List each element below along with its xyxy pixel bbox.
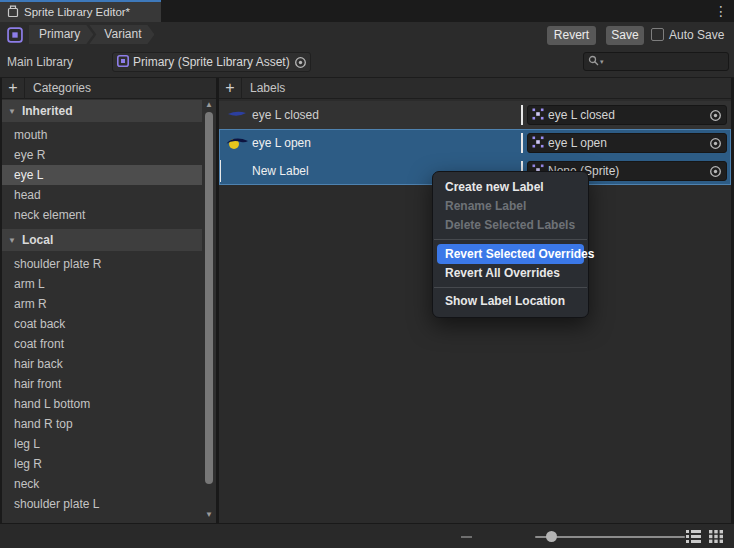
save-button[interactable]: Save — [606, 26, 644, 45]
tab-title: Sprite Library Editor* — [24, 6, 130, 18]
menu-separator — [434, 239, 587, 240]
category-item-neck[interactable]: neck — [2, 474, 202, 494]
menu-item-revert-all-overrides[interactable]: Revert All Overrides — [433, 264, 588, 283]
slider-thumb[interactable] — [546, 531, 557, 542]
menu-item-create-new-label[interactable]: Create new Label — [433, 178, 588, 197]
scrollbar-thumb[interactable] — [205, 112, 213, 484]
search-input[interactable] — [605, 55, 724, 69]
category-item-mouth[interactable]: mouth — [2, 125, 202, 145]
category-group-header-local[interactable]: ▼Local — [2, 229, 202, 251]
add-category-button[interactable]: + — [2, 78, 25, 99]
context-menu: Create new LabelRename LabelDelete Selec… — [432, 171, 589, 318]
override-indicator — [219, 160, 221, 182]
object-picker-icon[interactable] — [709, 137, 722, 150]
categories-scrollbar[interactable]: ▲ ▼ — [203, 100, 215, 521]
auto-save-checkbox[interactable] — [651, 28, 664, 41]
tab-sprite-library-editor[interactable]: Sprite Library Editor* — [0, 0, 161, 22]
override-indicator — [521, 105, 523, 125]
sprite-library-tab-icon — [7, 5, 19, 20]
category-item-hair-front[interactable]: hair front — [2, 374, 202, 394]
sprite-library-asset-icon — [117, 55, 129, 70]
slider-left-dash — [461, 536, 472, 538]
category-item-arm-l[interactable]: arm L — [2, 274, 202, 294]
label-name: eye L closed — [252, 108, 319, 122]
override-indicator — [521, 133, 523, 153]
sprite-icon — [532, 136, 544, 151]
object-picker-icon[interactable] — [709, 165, 722, 178]
category-group-header-inherited[interactable]: ▼Inherited — [2, 100, 202, 122]
sprite-thumbnail-eye-closed-icon — [225, 109, 249, 121]
categories-list: ▼Inheritedmoutheye Reye Lheadneck elemen… — [2, 99, 202, 523]
object-picker-icon[interactable] — [294, 56, 307, 69]
thumbnail-size-slider[interactable] — [535, 536, 685, 538]
category-item-neck-element[interactable]: neck element — [2, 205, 202, 225]
group-name: Inherited — [22, 104, 73, 118]
category-item-coat-front[interactable]: coat front — [2, 334, 202, 354]
list-view-icon[interactable] — [686, 530, 701, 543]
auto-save-label: Auto Save — [669, 28, 724, 42]
category-item-coat-back[interactable]: coat back — [2, 314, 202, 334]
sprite-field-value: eye L closed — [548, 108, 615, 122]
category-item-hand-r-top[interactable]: hand R top — [2, 414, 202, 434]
category-item-hand-l-bottom[interactable]: hand L bottom — [2, 394, 202, 414]
scroll-down-icon[interactable]: ▼ — [203, 510, 215, 519]
main-library-label: Main Library — [7, 55, 73, 69]
breadcrumb: Primary Variant — [7, 25, 150, 44]
menu-separator — [434, 287, 587, 288]
search-filter-caret-icon[interactable]: ▾ — [600, 57, 604, 67]
categories-title: Categories — [33, 81, 91, 95]
labels-title: Labels — [250, 81, 285, 95]
sprite-object-field[interactable]: eye L open — [527, 133, 727, 153]
main-library-field-value: Primary (Sprite Library Asset) — [133, 55, 290, 69]
tab-strip: Sprite Library Editor* ⋮ — [0, 0, 734, 22]
category-item-eye-l[interactable]: eye L — [2, 165, 202, 185]
category-item-head[interactable]: head — [2, 185, 202, 205]
foldout-open-icon: ▼ — [8, 107, 16, 116]
search-field[interactable]: ▾ — [583, 52, 729, 71]
revert-button[interactable]: Revert — [547, 26, 596, 45]
sprite-library-asset-icon — [7, 27, 23, 43]
object-picker-icon[interactable] — [709, 109, 722, 122]
sprite-icon — [532, 108, 544, 123]
scroll-up-icon[interactable]: ▲ — [203, 100, 215, 109]
breadcrumb-variant[interactable]: Variant — [89, 25, 154, 44]
sprite-object-field[interactable]: eye L closed — [527, 105, 727, 125]
label-name: New Label — [252, 164, 309, 178]
sprite-library-editor-window: Sprite Library Editor* ⋮ Primary Variant… — [0, 0, 734, 548]
category-item-leg-r[interactable]: leg R — [2, 454, 202, 474]
foldout-open-icon: ▼ — [8, 236, 16, 245]
sprite-field-value: eye L open — [548, 136, 607, 150]
main-library-object-field[interactable]: Primary (Sprite Library Asset) — [112, 52, 311, 72]
label-row-eye-l-closed[interactable]: eye L closedeye L closed — [219, 101, 731, 129]
label-name: eye L open — [252, 136, 311, 150]
bottom-bar — [0, 523, 734, 548]
kebab-menu-icon[interactable]: ⋮ — [714, 2, 728, 20]
menu-item-rename-label: Rename Label — [433, 197, 588, 216]
categories-header: + Categories — [2, 78, 216, 99]
label-row-eye-l-open[interactable]: eye L openeye L open — [219, 129, 731, 157]
main-library-row: Main Library Primary (Sprite Library Ass… — [0, 47, 734, 78]
grid-view-icon[interactable] — [709, 530, 723, 543]
menu-item-show-label-location[interactable]: Show Label Location — [433, 292, 588, 311]
categories-panel: + Categories ▼Inheritedmoutheye Reye Lhe… — [2, 78, 216, 523]
category-item-eye-r[interactable]: eye R — [2, 145, 202, 165]
category-item-shoulder-plate-r[interactable]: shoulder plate R — [2, 254, 202, 274]
sprite-thumbnail-eye-open-icon — [225, 135, 249, 151]
search-icon — [588, 55, 599, 69]
labels-header: + Labels — [219, 78, 731, 99]
category-item-shoulder-plate-l[interactable]: shoulder plate L — [2, 494, 202, 514]
add-label-button[interactable]: + — [219, 78, 242, 99]
category-item-hair-back[interactable]: hair back — [2, 354, 202, 374]
toolbar: Primary Variant Revert Save Auto Save — [0, 22, 734, 47]
group-name: Local — [22, 233, 53, 247]
category-item-arm-r[interactable]: arm R — [2, 294, 202, 314]
menu-item-revert-selected-overrides[interactable]: Revert Selected Overrides — [437, 244, 584, 264]
breadcrumb-primary[interactable]: Primary — [29, 25, 93, 44]
menu-item-delete-selected-labels: Delete Selected Labels — [433, 216, 588, 235]
category-item-leg-l[interactable]: leg L — [2, 434, 202, 454]
